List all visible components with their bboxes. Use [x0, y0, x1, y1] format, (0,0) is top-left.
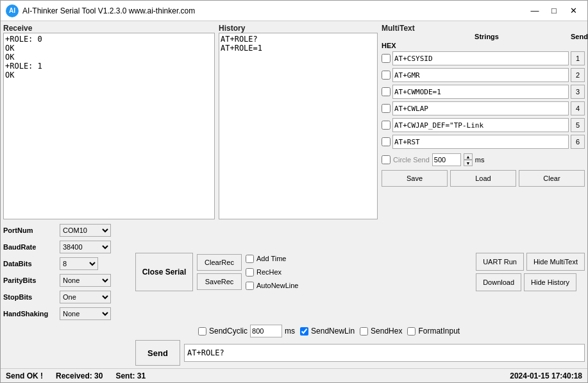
strings-header: Strings [405, 33, 569, 40]
history-section: History [219, 24, 378, 219]
minimize-button[interactable]: — [526, 4, 544, 18]
send-header: Send [571, 33, 585, 40]
right-row-2: Download Hide History [476, 273, 585, 291]
download-button[interactable]: Download [476, 273, 521, 291]
mt-send-btn-3[interactable]: 3 [571, 85, 585, 99]
mt-check-2[interactable] [382, 71, 391, 80]
paritybits-label: ParityBits [3, 277, 55, 284]
receive-section: Receive [3, 24, 215, 219]
mt-send-btn-5[interactable]: 5 [571, 118, 585, 132]
clear-rec-button[interactable]: ClearRec [197, 254, 242, 271]
circle-send-label: Circle Send [393, 156, 430, 164]
mt-check-6[interactable] [382, 137, 391, 146]
maximize-button[interactable]: □ [545, 4, 563, 18]
option-checkboxes: Add Time RecHex AutoNewLine [246, 255, 298, 290]
received-label: Received: [56, 371, 92, 380]
format-input-checkbox[interactable] [407, 327, 416, 336]
handshaking-row: HandShaking None [3, 307, 131, 321]
mt-input-1[interactable] [392, 51, 569, 65]
send-cyclic-group: SendCyclic ms [198, 325, 295, 337]
send-text-input[interactable] [184, 344, 585, 362]
mt-input-5[interactable] [392, 118, 569, 132]
add-time-checkbox[interactable] [246, 255, 254, 263]
circle-send-ms: ms [475, 156, 485, 164]
port-config: PortNum COM10 BaudRate 38400 DataBits 8 … [3, 223, 131, 321]
send-newline-checkbox[interactable] [300, 327, 308, 336]
uart-run-button[interactable]: UART Run [476, 253, 524, 271]
app-logo: AI [6, 4, 19, 17]
history-textarea[interactable] [219, 33, 378, 219]
databits-label: DataBits [3, 260, 55, 268]
mt-send-btn-6[interactable]: 6 [571, 135, 585, 149]
hex-strings-header: HEX [382, 42, 585, 49]
hide-history-button[interactable]: Hide History [524, 273, 576, 291]
mt-check-4[interactable] [382, 104, 391, 113]
top-panel: Receive History MultiText Strings Send [3, 24, 585, 219]
mt-send-btn-1[interactable]: 1 [571, 51, 585, 65]
send-ok-status: Send OK ! [6, 371, 43, 380]
main-window: AI AI-Thinker Serial Tool V1.2.3.0 www.a… [0, 0, 588, 383]
close-button[interactable]: ✕ [564, 4, 582, 18]
baudrate-select[interactable]: 38400 [60, 241, 111, 253]
hex-header: HEX [382, 42, 392, 49]
circle-send-spinner: ▲ ▼ [464, 153, 473, 166]
stopbits-row: StopBits One [3, 290, 131, 304]
mt-input-2[interactable] [392, 68, 569, 82]
send-section: SendCyclic ms SendNewLin SendHex FormatI… [3, 325, 585, 366]
send-newline-label: SendNewLin [311, 327, 355, 336]
add-time-row: Add Time [246, 255, 298, 263]
multitext-label: MultiText [382, 24, 585, 33]
mt-input-4[interactable] [392, 101, 569, 115]
send-button[interactable]: Send [135, 340, 180, 366]
send-hex-checkbox[interactable] [360, 327, 368, 336]
circle-send-up[interactable]: ▲ [464, 153, 473, 160]
history-label: History [219, 24, 378, 33]
window-controls: — □ ✕ [526, 4, 582, 18]
hide-multitext-button[interactable]: Hide MultiText [526, 253, 585, 271]
multitext-rows: 1 2 3 [382, 51, 585, 149]
mt-send-btn-2[interactable]: 2 [571, 68, 585, 82]
circle-send-checkbox[interactable] [382, 155, 391, 164]
circle-send-input[interactable] [432, 153, 461, 166]
received-value: 30 [94, 371, 103, 380]
clear-button[interactable]: Clear [519, 170, 585, 187]
databits-row: DataBits 8 8 [3, 257, 131, 271]
close-serial-button[interactable]: Close Serial [135, 253, 193, 291]
rec-hex-row: RecHex [246, 268, 298, 277]
databits-select[interactable]: 8 [60, 257, 98, 270]
circle-send-down[interactable]: ▼ [464, 160, 473, 166]
send-cyclic-checkbox[interactable] [198, 327, 206, 336]
mt-row-4: 4 [382, 101, 585, 116]
mt-row-6: 6 [382, 134, 585, 149]
status-bar: Send OK ! Received: 30 Sent: 31 2024-01-… [1, 368, 587, 382]
load-button[interactable]: Load [450, 170, 516, 187]
rec-hex-checkbox[interactable] [246, 268, 254, 277]
stopbits-select[interactable]: One [60, 291, 111, 303]
mt-check-5[interactable] [382, 121, 391, 130]
mt-check-3[interactable] [382, 87, 391, 96]
send-cyclic-input[interactable] [250, 325, 282, 337]
handshaking-label: HandShaking [3, 310, 55, 318]
paritybits-select[interactable]: None [60, 274, 111, 287]
auto-newline-checkbox[interactable] [246, 282, 254, 290]
mt-input-6[interactable] [392, 135, 569, 149]
save-button[interactable]: Save [382, 170, 448, 187]
receive-textarea[interactable] [3, 33, 215, 219]
mt-send-btn-4[interactable]: 4 [571, 101, 585, 115]
save-rec-button[interactable]: SaveRec [197, 273, 242, 290]
portnum-row: PortNum COM10 [3, 223, 131, 237]
auto-newline-label: AutoNewLine [256, 282, 298, 289]
receive-label: Receive [3, 24, 215, 33]
send-options-row: SendCyclic ms SendNewLin SendHex FormatI… [3, 325, 585, 337]
handshaking-select[interactable]: None [60, 307, 111, 320]
right-action-buttons: UART Run Hide MultiText Download Hide Hi… [476, 253, 585, 291]
send-cyclic-ms: ms [285, 327, 295, 336]
portnum-select[interactable]: COM10 [60, 224, 111, 237]
multitext-section: MultiText Strings Send HEX [382, 24, 585, 219]
mt-input-3[interactable] [392, 85, 569, 99]
send-input-row: Send [3, 340, 585, 366]
mt-row-3: 3 [382, 84, 585, 99]
paritybits-row: ParityBits None [3, 273, 131, 287]
baudrate-label: BaudRate [3, 243, 55, 251]
mt-check-1[interactable] [382, 54, 391, 63]
